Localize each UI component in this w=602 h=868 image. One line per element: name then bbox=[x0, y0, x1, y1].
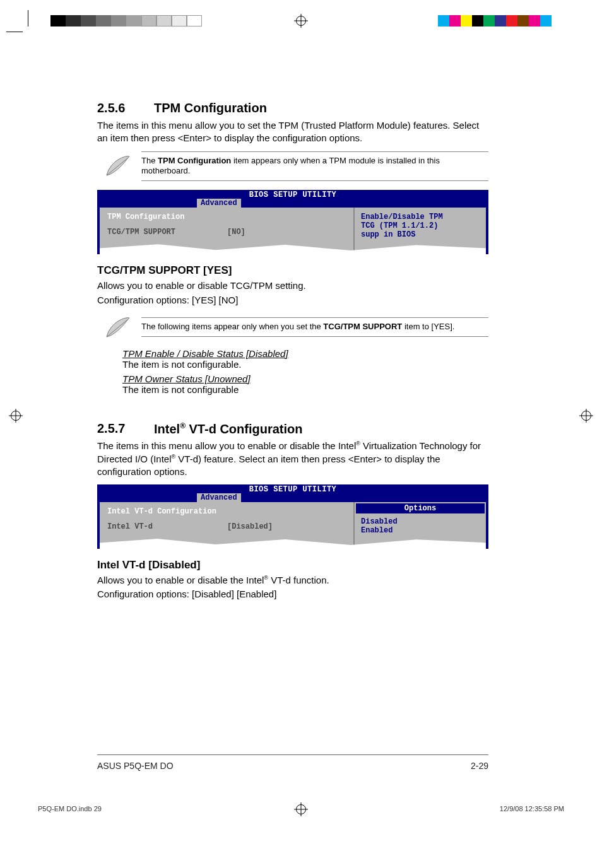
footer-rule bbox=[97, 754, 488, 755]
bios-title: BIOS SETUP UTILITY bbox=[100, 484, 486, 494]
bios-tab: Advanced bbox=[197, 493, 241, 502]
bios-setting-row: Intel VT-d [Disabled] bbox=[107, 522, 346, 531]
note-text: The TPM Configuration item appears only … bbox=[141, 151, 488, 182]
color-swatches bbox=[438, 15, 552, 26]
slug-line: P5Q-EM DO.indb 29 12/9/08 12:35:58 PM bbox=[38, 805, 564, 812]
grayscale-swatches bbox=[50, 15, 202, 26]
slug-timestamp: 12/9/08 12:35:58 PM bbox=[500, 805, 564, 812]
section-number: 2.5.7 bbox=[97, 421, 154, 436]
bios-left-heading: Intel VT-d Configuration bbox=[107, 507, 346, 516]
footer-product: ASUS P5Q-EM DO bbox=[97, 761, 174, 771]
registration-target-icon bbox=[579, 409, 593, 423]
section-intro: The items in this menu allow you to enab… bbox=[97, 440, 488, 478]
page-footer: ASUS P5Q-EM DO 2-29 bbox=[97, 761, 488, 771]
setting-heading: TCG/TPM SUPPORT [YES] bbox=[97, 264, 488, 277]
setting-options: Configuration options: [Disabled] [Enabl… bbox=[97, 588, 488, 601]
printer-registration-row bbox=[0, 15, 602, 32]
note-block: The TPM Configuration item appears only … bbox=[97, 151, 488, 182]
section-intro: The items in this menu allow you to set … bbox=[97, 119, 488, 145]
section-title: TPM Configuration bbox=[154, 101, 267, 115]
registration-target-icon bbox=[294, 14, 308, 28]
bios-title: BIOS SETUP UTILITY bbox=[100, 190, 486, 199]
setting-heading: Intel VT-d [Disabled] bbox=[97, 559, 488, 572]
registration-target-icon bbox=[9, 409, 23, 423]
bios-left-heading: TPM Configuration bbox=[107, 213, 346, 221]
feather-icon bbox=[97, 154, 138, 178]
sub-setting: TPM Owner Status [Unowned] The item is n… bbox=[122, 373, 488, 395]
sub-setting: TPM Enable / Disable Status [Disabled] T… bbox=[122, 348, 488, 370]
section-title: Intel® VT-d Configuration bbox=[154, 421, 303, 437]
footer-page-number: 2-29 bbox=[471, 761, 488, 771]
bios-tab: Advanced bbox=[197, 199, 241, 208]
feather-icon bbox=[97, 315, 138, 339]
crop-mark-icon bbox=[9, 13, 32, 35]
options-header: Options bbox=[356, 503, 485, 513]
slug-file: P5Q-EM DO.indb 29 bbox=[38, 805, 102, 812]
note-block: The following items appear only when you… bbox=[97, 315, 488, 339]
bios-screenshot-tpm: BIOS SETUP UTILITY Advanced TPM Configur… bbox=[97, 190, 488, 254]
setting-options: Configuration options: [YES] [NO] bbox=[97, 294, 488, 307]
section-heading: 2.5.7 Intel® VT-d Configuration bbox=[97, 421, 488, 437]
section-number: 2.5.6 bbox=[97, 101, 154, 115]
section-heading: 2.5.6 TPM Configuration bbox=[97, 101, 488, 115]
note-text: The following items appear only when you… bbox=[141, 317, 488, 337]
bios-screenshot-vtd: BIOS SETUP UTILITY Advanced Intel VT-d C… bbox=[97, 484, 488, 549]
bios-setting-row: TCG/TPM SUPPORT [NO] bbox=[107, 228, 346, 237]
setting-desc: Allows you to enable or disable TCG/TPM … bbox=[97, 279, 488, 292]
setting-desc: Allows you to enable or disable the Inte… bbox=[97, 574, 488, 587]
page-content: 2.5.6 TPM Configuration The items in thi… bbox=[97, 101, 488, 601]
